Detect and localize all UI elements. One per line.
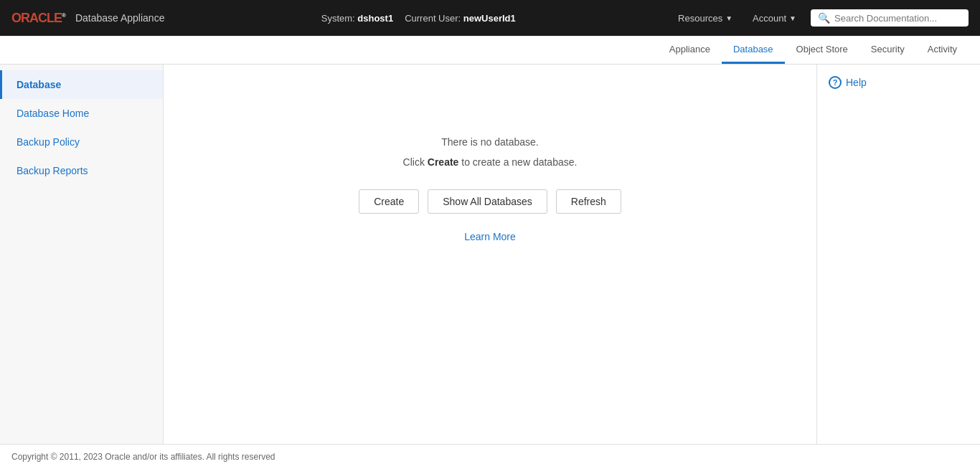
- sidebar: Database Database Home Backup Policy Bac…: [0, 65, 164, 444]
- sidebar-item-database[interactable]: Database: [0, 70, 163, 99]
- create-button[interactable]: Create: [359, 189, 419, 214]
- resources-label: Resources: [678, 13, 722, 24]
- sub-nav-item-security[interactable]: Security: [859, 37, 916, 64]
- current-user-value: newUserId1: [463, 13, 516, 24]
- system-label: System:: [321, 13, 355, 24]
- sub-nav-items: Appliance Database Object Store Security…: [658, 37, 969, 64]
- help-label: Help: [846, 77, 867, 88]
- sub-nav-item-appliance[interactable]: Appliance: [658, 37, 722, 64]
- create-hint-bold: Create: [428, 156, 459, 168]
- resources-dropdown-arrow: ▼: [725, 14, 732, 22]
- show-all-databases-button[interactable]: Show All Databases: [428, 189, 547, 214]
- header-right: Resources ▼ Account ▼ 🔍: [672, 9, 969, 28]
- action-buttons: Create Show All Databases Refresh: [359, 189, 621, 214]
- no-database-message: There is no database.: [441, 136, 538, 148]
- header-center: System: dshost1 Current User: newUserId1: [179, 13, 658, 24]
- right-panel: ? Help: [816, 65, 980, 444]
- account-dropdown-arrow: ▼: [789, 14, 796, 22]
- content-area: There is no database. Click Create to cr…: [164, 65, 816, 444]
- account-label: Account: [753, 13, 786, 24]
- learn-more-link[interactable]: Learn More: [464, 231, 516, 242]
- sidebar-item-database-home[interactable]: Database Home: [0, 99, 163, 128]
- logo-area: ORACLE® Database Appliance: [11, 11, 164, 26]
- copyright: Copyright © 2011, 2023 Oracle and/or its…: [11, 452, 275, 462]
- sidebar-item-backup-reports[interactable]: Backup Reports: [0, 156, 163, 185]
- current-user-label: Current User:: [405, 13, 461, 24]
- search-icon: 🔍: [818, 12, 830, 24]
- search-input[interactable]: [834, 13, 961, 24]
- footer: Copyright © 2011, 2023 Oracle and/or its…: [0, 444, 980, 469]
- search-box[interactable]: 🔍: [811, 9, 969, 27]
- sub-nav-item-object-store[interactable]: Object Store: [785, 37, 859, 64]
- sub-nav: Appliance Database Object Store Security…: [0, 36, 980, 65]
- user-info: Current User: newUserId1: [405, 13, 516, 24]
- top-header: ORACLE® Database Appliance System: dshos…: [0, 0, 980, 36]
- app-title: Database Appliance: [75, 12, 165, 24]
- refresh-button[interactable]: Refresh: [556, 189, 621, 214]
- sidebar-item-backup-policy[interactable]: Backup Policy: [0, 128, 163, 156]
- help-link[interactable]: ? Help: [829, 76, 969, 89]
- system-value: dshost1: [357, 13, 393, 24]
- account-button[interactable]: Account ▼: [747, 9, 802, 28]
- help-icon: ?: [829, 76, 842, 89]
- main-layout: Database Database Home Backup Policy Bac…: [0, 65, 980, 444]
- system-info: System: dshost1: [321, 13, 393, 24]
- sub-nav-item-activity[interactable]: Activity: [916, 37, 969, 64]
- create-hint-suffix: to create a new database.: [458, 156, 577, 168]
- resources-button[interactable]: Resources ▼: [672, 9, 738, 28]
- oracle-logo: ORACLE®: [11, 11, 65, 26]
- create-hint-prefix: Click: [403, 156, 428, 168]
- sub-nav-item-database[interactable]: Database: [722, 37, 785, 64]
- create-hint: Click Create to create a new database.: [403, 156, 578, 168]
